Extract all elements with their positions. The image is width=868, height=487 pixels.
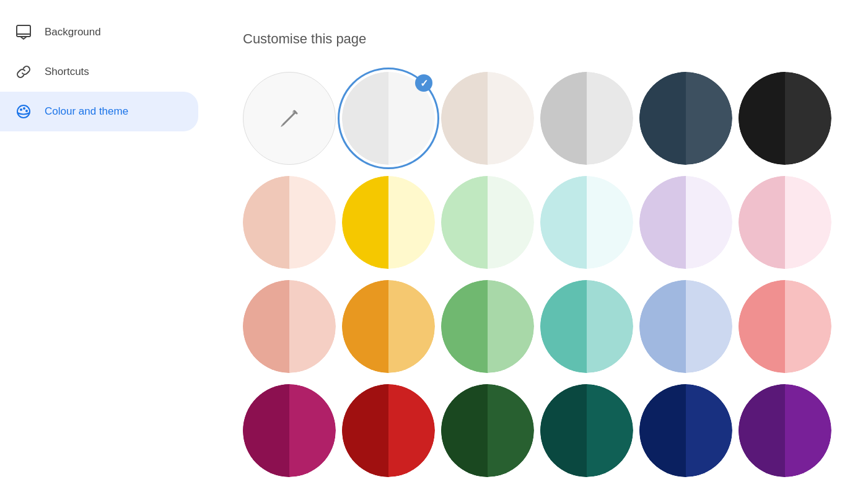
svg-rect-21: [540, 72, 587, 165]
sidebar-item-shortcuts-label: Shortcuts: [45, 66, 89, 78]
svg-point-6: [292, 110, 296, 114]
color-option-lavender-light[interactable]: [639, 176, 732, 269]
sidebar-item-background[interactable]: Background: [0, 12, 198, 52]
palette-icon: [15, 103, 32, 120]
svg-rect-91: [739, 280, 785, 373]
sidebar-item-shortcuts[interactable]: Shortcuts: [0, 52, 198, 92]
svg-point-2: [17, 105, 30, 118]
sidebar: Background Shortcuts Colour and theme: [0, 0, 206, 487]
main-content: Customise this page: [206, 0, 868, 487]
svg-rect-56: [639, 176, 686, 269]
color-option-teal-dark[interactable]: [540, 384, 633, 477]
svg-rect-31: [739, 72, 785, 165]
color-option-pink-mid[interactable]: [739, 280, 831, 373]
color-option-crimson[interactable]: [342, 384, 435, 477]
svg-rect-96: [243, 384, 289, 477]
color-option-green-mid[interactable]: [441, 280, 534, 373]
color-option-green-light[interactable]: [441, 176, 534, 269]
svg-rect-86: [639, 280, 686, 373]
color-option-warm-light[interactable]: [441, 72, 534, 165]
color-option-orange-mid[interactable]: [342, 280, 435, 373]
color-option-pink-light[interactable]: [739, 176, 831, 269]
svg-rect-106: [441, 384, 488, 477]
svg-rect-11: [342, 72, 388, 165]
svg-rect-111: [540, 384, 587, 477]
color-option-teal-mid[interactable]: [540, 280, 633, 373]
color-option-blue-mid[interactable]: [639, 280, 732, 373]
sidebar-item-background-label: Background: [45, 26, 101, 38]
color-grid: [243, 72, 831, 477]
color-option-yellow-light[interactable]: [342, 176, 435, 269]
color-option-navy[interactable]: [639, 384, 732, 477]
svg-rect-26: [639, 72, 686, 165]
page-title: Customise this page: [243, 31, 831, 47]
svg-rect-116: [639, 384, 686, 477]
link-icon: [15, 63, 32, 81]
svg-point-4: [23, 107, 25, 110]
svg-rect-81: [540, 280, 587, 373]
svg-rect-46: [441, 176, 488, 269]
sidebar-item-colour-theme-label: Colour and theme: [45, 105, 128, 118]
color-option-charcoal[interactable]: [739, 72, 831, 165]
sidebar-item-colour-theme[interactable]: Colour and theme: [0, 92, 198, 131]
svg-rect-61: [739, 176, 785, 269]
color-option-forest[interactable]: [441, 384, 534, 477]
background-icon: [15, 24, 32, 41]
svg-rect-36: [243, 176, 289, 269]
svg-rect-66: [243, 280, 289, 373]
svg-rect-76: [441, 280, 488, 373]
color-option-peach-light[interactable]: [243, 176, 336, 269]
svg-rect-121: [739, 384, 785, 477]
svg-rect-0: [17, 25, 30, 37]
svg-rect-51: [540, 176, 587, 269]
color-option-teal-light[interactable]: [540, 176, 633, 269]
svg-rect-41: [342, 176, 388, 269]
selected-checkmark: [415, 74, 432, 92]
svg-rect-71: [342, 280, 388, 373]
color-option-picker[interactable]: [243, 72, 336, 165]
color-option-default-light[interactable]: [342, 72, 435, 165]
color-option-slate-dark[interactable]: [639, 72, 732, 165]
color-option-purple[interactable]: [739, 384, 831, 477]
svg-point-5: [25, 110, 28, 112]
color-option-cool-light[interactable]: [540, 72, 633, 165]
svg-rect-16: [441, 72, 488, 165]
svg-point-3: [20, 108, 22, 111]
color-option-berry[interactable]: [243, 384, 336, 477]
svg-rect-101: [342, 384, 388, 477]
color-option-peach-mid[interactable]: [243, 280, 336, 373]
